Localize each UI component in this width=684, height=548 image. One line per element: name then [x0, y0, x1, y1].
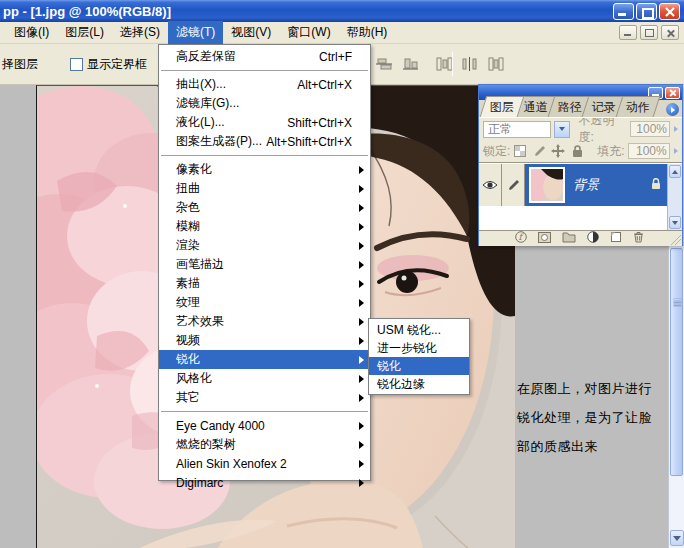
menu-item-pixelate[interactable]: 像素化 [159, 160, 370, 179]
menu-image[interactable]: 图像(I) [6, 21, 57, 44]
doc-close-button[interactable] [661, 25, 679, 40]
new-group-folder-icon[interactable] [562, 232, 576, 246]
submenu-arrow-icon [359, 422, 364, 430]
menu-layer[interactable]: 图层(L) [57, 21, 112, 44]
opacity-spinner-icon[interactable] [674, 126, 678, 132]
menu-item-noise[interactable]: 杂色 [159, 198, 370, 217]
menu-item-render[interactable]: 渲染 [159, 236, 370, 255]
palette-scroll-down-button[interactable] [669, 216, 681, 229]
doc-restore-button[interactable] [640, 25, 658, 40]
layer-active-indicator[interactable] [502, 164, 525, 206]
menu-item-liquify[interactable]: 液化(L)...Shift+Ctrl+X [159, 113, 370, 132]
menu-help[interactable]: 帮助(H) [339, 21, 396, 44]
minimize-button[interactable] [613, 3, 634, 20]
palette-close-button[interactable] [665, 87, 680, 99]
distribute-horizontal-centers-icon[interactable] [460, 54, 480, 74]
fill-label: 填充: [597, 143, 624, 160]
submenu-item-sharpen[interactable]: 锐化 [369, 357, 469, 375]
layers-palette: 图层 通道 路径 记录 动作 正常 不透明度: 100% 锁定: [478, 84, 683, 246]
menu-select[interactable]: 选择(S) [112, 21, 168, 44]
align-bottom-edges-icon[interactable] [400, 54, 420, 74]
lock-label: 锁定: [483, 143, 510, 160]
submenu-arrow-icon [359, 394, 364, 402]
fill-value[interactable]: 100% [628, 143, 670, 159]
menu-item-alien-skin[interactable]: Alien Skin Xenofex 2 [159, 454, 370, 473]
brush-icon [507, 179, 520, 192]
menu-item-video[interactable]: 视频 [159, 331, 370, 350]
eye-icon [482, 180, 498, 190]
new-layer-icon[interactable] [610, 231, 622, 246]
close-button[interactable] [659, 3, 680, 20]
submenu-item-unsharp-mask[interactable]: USM 锐化... [369, 321, 469, 339]
submenu-arrow-icon [359, 242, 364, 250]
auto-select-layer-label: 择图层 [2, 56, 38, 73]
menu-filter[interactable]: 滤镜(T) [168, 21, 223, 44]
submenu-arrow-icon [359, 441, 364, 449]
palette-resize-grip[interactable] [671, 235, 681, 245]
layer-style-icon[interactable]: f [515, 231, 527, 246]
palette-footer: f [479, 230, 682, 246]
lock-position-icon[interactable] [551, 144, 565, 158]
opacity-value[interactable]: 100% [630, 121, 670, 137]
fill-spinner-icon[interactable] [674, 148, 678, 154]
annotation-line: 在原图上，对图片进行 [517, 374, 669, 403]
submenu-arrow-icon [359, 318, 364, 326]
layer-row-background[interactable]: 背景 [479, 164, 667, 206]
menu-item-burning-pear[interactable]: 燃烧的梨树 [159, 435, 370, 454]
menu-item-digimarc[interactable]: Digimarc [159, 473, 370, 492]
title-bar: pp - [1.jpg @ 100%(RGB/8)] [0, 0, 684, 22]
scrollbar-thumb[interactable] [670, 248, 683, 476]
submenu-arrow-icon [359, 204, 364, 212]
tab-layers[interactable]: 图层 [480, 96, 525, 117]
lock-all-icon[interactable] [570, 144, 584, 158]
options-separator [452, 52, 453, 76]
menu-view[interactable]: 视图(V) [223, 21, 279, 44]
menu-window[interactable]: 窗口(W) [279, 21, 338, 44]
align-vertical-centers-icon[interactable] [374, 54, 394, 74]
tab-actions[interactable]: 动作 [616, 96, 661, 117]
menu-item-sketch[interactable]: 素描 [159, 274, 370, 293]
restore-button[interactable] [636, 3, 657, 20]
close-icon [663, 6, 677, 18]
menu-item-eye-candy[interactable]: Eye Candy 4000 [159, 416, 370, 435]
show-bounding-box-checkbox[interactable] [70, 58, 83, 71]
distribute-left-edges-icon[interactable] [434, 54, 454, 74]
palette-scrollbar[interactable] [667, 164, 682, 230]
menu-item-texture[interactable]: 纹理 [159, 293, 370, 312]
lock-image-brush-icon[interactable] [532, 144, 546, 158]
add-layer-mask-icon[interactable] [538, 232, 551, 246]
adjustment-layer-icon[interactable] [587, 231, 599, 246]
palette-scroll-up-button[interactable] [669, 165, 681, 178]
distribute-right-edges-icon[interactable] [486, 54, 506, 74]
menu-item-other[interactable]: 其它 [159, 388, 370, 407]
menu-item-extract[interactable]: 抽出(X)...Alt+Ctrl+X [159, 75, 370, 94]
submenu-arrow-icon [359, 185, 364, 193]
menu-item-blur[interactable]: 模糊 [159, 217, 370, 236]
chevron-down-icon[interactable] [554, 121, 569, 138]
submenu-item-sharpen-more[interactable]: 进一步锐化 [369, 339, 469, 357]
submenu-arrow-icon [359, 223, 364, 231]
menu-item-pattern-maker[interactable]: 图案生成器(P)...Alt+Shift+Ctrl+X [159, 132, 370, 151]
scroll-down-button[interactable] [670, 530, 684, 546]
palette-menu-button[interactable] [666, 103, 679, 116]
menu-item-distort[interactable]: 扭曲 [159, 179, 370, 198]
sharpen-submenu: USM 锐化... 进一步锐化 锐化 锐化边缘 [368, 318, 470, 395]
menu-item-high-pass[interactable]: 高反差保留Ctrl+F [159, 47, 370, 66]
annotation-line: 锐化处理，是为了让脸 [517, 403, 669, 432]
doc-minimize-button[interactable] [619, 25, 637, 40]
layers-list: 背景 [479, 162, 682, 230]
submenu-item-sharpen-edges[interactable]: 锐化边缘 [369, 375, 469, 393]
blend-mode-select[interactable]: 正常 [483, 121, 551, 138]
layer-visibility-toggle[interactable] [479, 164, 502, 206]
menu-item-artistic[interactable]: 艺术效果 [159, 312, 370, 331]
menu-item-filter-gallery[interactable]: 滤镜库(G)... [159, 94, 370, 113]
submenu-arrow-icon [359, 460, 364, 468]
menu-item-sharpen[interactable]: 锐化 [159, 350, 370, 369]
menu-item-stylize[interactable]: 风格化 [159, 369, 370, 388]
delete-layer-trash-icon[interactable] [633, 231, 644, 246]
menu-item-brush-strokes[interactable]: 画笔描边 [159, 255, 370, 274]
window-title: pp - [1.jpg @ 100%(RGB/8)] [3, 4, 171, 19]
lock-transparency-icon[interactable] [513, 144, 527, 158]
layer-lock-icon [651, 178, 661, 193]
layer-thumbnail[interactable] [529, 167, 565, 203]
